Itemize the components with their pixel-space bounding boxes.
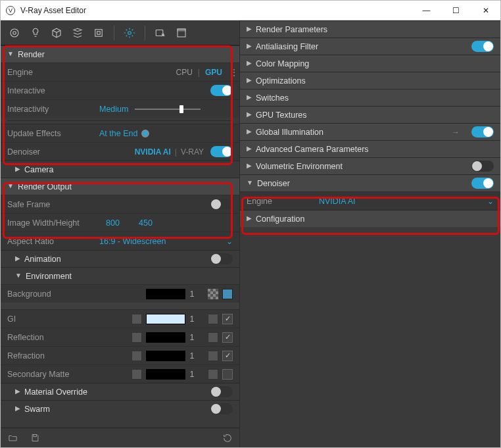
- section-antialiasing[interactable]: Antialiasing Filter: [240, 37, 500, 55]
- section-color-mapping-label: Color Mapping: [256, 59, 494, 68]
- global-illumination-toggle[interactable]: [471, 126, 494, 137]
- section-render-output[interactable]: Render Output: [1, 178, 239, 195]
- refraction-link-box[interactable]: [131, 351, 142, 361]
- animation-toggle[interactable]: [210, 253, 233, 264]
- section-environment[interactable]: Environment: [1, 267, 239, 284]
- refraction-env-label: Refraction: [7, 351, 99, 361]
- denoiser-toggle[interactable]: [210, 146, 233, 157]
- save-icon[interactable]: [30, 433, 40, 443]
- chevron-right-icon: [247, 59, 252, 66]
- section-render-label: Render: [18, 50, 233, 59]
- section-switches[interactable]: Switches: [240, 89, 500, 106]
- svg-point-0: [11, 29, 18, 37]
- chevron-down-icon: [15, 272, 22, 279]
- open-folder-icon[interactable]: [7, 433, 18, 443]
- interactive-toggle[interactable]: [210, 85, 233, 96]
- reflection-color-swatch[interactable]: [146, 332, 185, 343]
- update-effects-value[interactable]: At the End: [99, 129, 137, 138]
- chevron-right-icon: [247, 214, 252, 222]
- settings-icon[interactable]: [121, 24, 138, 41]
- engine-selector[interactable]: CPU | GPU ⋮: [176, 68, 233, 77]
- gi-color-swatch[interactable]: [146, 314, 185, 324]
- interactivity-slider[interactable]: [135, 109, 233, 110]
- gi-checkbox[interactable]: ✓: [222, 314, 233, 324]
- background-enable-box[interactable]: [222, 289, 233, 299]
- render-interactive-icon[interactable]: [152, 24, 169, 41]
- matte-checkbox[interactable]: [222, 369, 233, 380]
- reflection-multiplier[interactable]: 1: [185, 333, 199, 342]
- denoiser-engine-value[interactable]: NVIDIA AI: [319, 197, 356, 206]
- background-color-swatch[interactable]: [146, 289, 185, 299]
- refraction-color-swatch[interactable]: [146, 351, 185, 361]
- matte-multiplier[interactable]: 1: [185, 370, 199, 379]
- background-texture-slot[interactable]: [208, 289, 218, 299]
- section-swarm[interactable]: Swarm: [1, 400, 239, 417]
- chevron-right-icon: [247, 128, 252, 135]
- section-advanced-camera[interactable]: Advanced Camera Parameters: [240, 140, 500, 157]
- material-override-toggle[interactable]: [210, 386, 233, 397]
- section-configuration[interactable]: Configuration: [240, 210, 500, 227]
- reflection-texture-slot[interactable]: [208, 332, 218, 343]
- section-material-override[interactable]: Material Override: [1, 383, 239, 400]
- refraction-multiplier[interactable]: 1: [185, 351, 199, 361]
- chevron-right-icon: [247, 76, 252, 84]
- window-maximize-button[interactable]: ☐: [441, 1, 471, 20]
- update-radio-icon[interactable]: [141, 130, 149, 137]
- refraction-texture-slot[interactable]: [208, 351, 218, 361]
- chevron-right-icon: [247, 162, 252, 169]
- matte-color-swatch[interactable]: [146, 369, 185, 380]
- section-denoiser[interactable]: Denoiser: [240, 174, 500, 191]
- section-render[interactable]: Render: [1, 45, 239, 62]
- chevron-down-icon[interactable]: ⌄: [226, 237, 233, 246]
- textures-icon[interactable]: [90, 24, 107, 41]
- svg-point-1: [13, 31, 16, 34]
- matte-link-box[interactable]: [131, 369, 142, 380]
- section-animation[interactable]: Animation: [1, 250, 239, 267]
- reflection-checkbox[interactable]: ✓: [222, 332, 233, 343]
- engine-gpu[interactable]: GPU: [205, 68, 222, 77]
- vertical-dots-icon[interactable]: ⋮: [230, 68, 233, 77]
- section-global-illumination-label: Global Illumination: [256, 128, 452, 137]
- aspect-ratio-value[interactable]: 16:9 - Widescreen: [99, 237, 166, 246]
- render-elements-icon[interactable]: [69, 24, 86, 41]
- section-camera[interactable]: Camera: [1, 161, 239, 178]
- gi-texture-slot[interactable]: [208, 314, 218, 324]
- image-height-value[interactable]: 450: [139, 218, 153, 228]
- section-color-mapping[interactable]: Color Mapping: [240, 55, 500, 72]
- antialiasing-toggle[interactable]: [471, 41, 494, 52]
- toolbar-separator: [114, 26, 114, 40]
- engine-cpu[interactable]: CPU: [176, 68, 193, 77]
- denoiser-vray-option[interactable]: V-RAY: [181, 147, 204, 157]
- safe-frame-toggle[interactable]: [210, 199, 233, 210]
- section-render-parameters[interactable]: Render Parameters: [240, 20, 500, 37]
- window-minimize-button[interactable]: —: [412, 1, 441, 20]
- gi-link-box[interactable]: [131, 314, 142, 324]
- aspect-ratio-label: Aspect Ratio: [7, 237, 99, 246]
- section-global-illumination[interactable]: Global Illumination →: [240, 123, 500, 140]
- geometry-icon[interactable]: [48, 24, 65, 41]
- lights-icon[interactable]: [27, 24, 44, 41]
- chevron-down-icon: [247, 179, 253, 186]
- chevron-down-icon[interactable]: ⌄: [487, 197, 494, 206]
- revert-icon[interactable]: [222, 433, 233, 443]
- refraction-checkbox[interactable]: ✓: [222, 351, 233, 361]
- section-gpu-textures[interactable]: GPU Textures: [240, 106, 500, 123]
- interactivity-value[interactable]: Medium: [99, 105, 128, 114]
- volumetric-env-toggle[interactable]: [471, 161, 494, 172]
- chevron-right-icon: [247, 93, 252, 101]
- denoiser-nvidia-option[interactable]: NVIDIA AI: [135, 147, 171, 157]
- gi-multiplier[interactable]: 1: [185, 314, 199, 324]
- section-volumetric-env[interactable]: Volumetric Environment: [240, 157, 500, 174]
- window-close-button[interactable]: ✕: [471, 1, 500, 20]
- image-width-value[interactable]: 800: [106, 218, 139, 228]
- matte-texture-slot[interactable]: [208, 369, 218, 380]
- materials-icon[interactable]: [6, 24, 23, 41]
- section-denoiser-label: Denoiser: [257, 179, 471, 188]
- denoiser-right-toggle[interactable]: [471, 178, 494, 189]
- background-multiplier[interactable]: 1: [185, 289, 199, 299]
- reflection-link-box[interactable]: [131, 332, 142, 343]
- svg-rect-5: [156, 30, 163, 36]
- frame-buffer-icon[interactable]: [173, 24, 190, 41]
- section-optimizations[interactable]: Optimizations: [240, 72, 500, 89]
- swarm-toggle[interactable]: [210, 403, 233, 414]
